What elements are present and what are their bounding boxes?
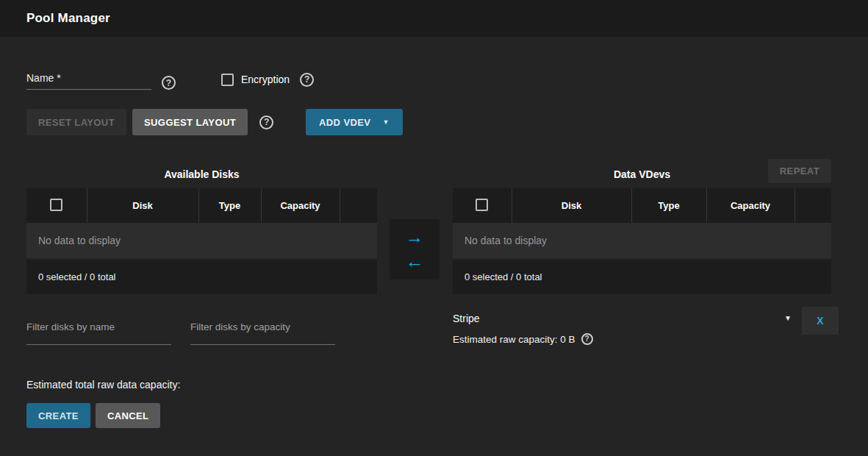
app-header: Pool Manager (0, 0, 868, 37)
encryption-help-icon[interactable]: ? (300, 73, 314, 87)
disk-panels: Available Disks Disk Type Capacity No da… (26, 160, 842, 294)
layout-buttons-row: RESET LAYOUT SUGGEST LAYOUT ? ADD VDEV ▼ (26, 109, 842, 135)
vdev-select-all-checkbox[interactable] (476, 199, 488, 211)
available-col-type: Type (198, 188, 261, 223)
suggest-layout-help-icon[interactable]: ? (259, 115, 273, 129)
create-button[interactable]: CREATE (26, 403, 90, 428)
spacer (377, 310, 453, 345)
select-caret-icon: ▼ (784, 314, 792, 322)
available-disks-table: Disk Type Capacity No data to display 0 … (26, 188, 377, 294)
chevron-down-icon: ▼ (382, 118, 389, 126)
name-help-icon[interactable]: ? (162, 76, 176, 90)
vdev-col-capacity: Capacity (706, 188, 795, 223)
encryption-checkbox[interactable] (221, 74, 234, 86)
name-field-group: ? (26, 69, 176, 90)
available-disks-title: Available Disks (164, 168, 239, 180)
transfer-controls: → ← (390, 219, 440, 279)
move-left-arrow-button[interactable]: ← (401, 251, 428, 272)
vdev-summary-row: 0 selected / 0 total (453, 259, 831, 294)
available-col-disk: Disk (87, 188, 198, 223)
vdev-empty-row: No data to display (453, 223, 831, 259)
name-encryption-row: ? Encryption ? (26, 69, 842, 90)
encryption-group: Encryption ? (221, 73, 314, 87)
filter-disks-by-name-input[interactable] (26, 310, 171, 345)
transfer-column: → ← (377, 160, 453, 294)
vdev-config: Stripe ▼ Estimated raw capacity: 0 B ? X (453, 310, 831, 345)
vdev-empty-text: No data to display (453, 223, 831, 259)
vdev-col-blank (795, 188, 831, 223)
data-vdevs-panel: Data VDevs REPEAT Disk Type Capacity (453, 160, 831, 294)
vdev-col-disk: Disk (512, 188, 631, 223)
pool-manager-form: ? Encryption ? RESET LAYOUT SUGGEST LAYO… (0, 69, 868, 428)
reset-layout-button[interactable]: RESET LAYOUT (26, 109, 126, 135)
remove-vdev-button[interactable]: X (802, 307, 839, 335)
vdev-type-select[interactable]: Stripe ▼ (453, 310, 831, 327)
available-select-all-checkbox[interactable] (50, 199, 62, 211)
form-actions: CREATE CANCEL (26, 403, 842, 428)
vdev-type-value: Stripe (453, 313, 480, 324)
data-vdevs-table: Disk Type Capacity No data to display 0 … (453, 188, 831, 294)
available-summary-row: 0 selected / 0 total (26, 259, 377, 294)
cancel-button[interactable]: CANCEL (96, 403, 161, 428)
repeat-button[interactable]: REPEAT (768, 159, 831, 183)
add-vdev-button[interactable]: ADD VDEV ▼ (306, 109, 403, 135)
encryption-label: Encryption (241, 74, 290, 85)
below-panels-row: Stripe ▼ Estimated raw capacity: 0 B ? X (26, 310, 842, 345)
page-title: Pool Manager (26, 11, 110, 26)
add-vdev-label: ADD VDEV (319, 117, 370, 128)
vdev-col-type: Type (631, 188, 706, 223)
vdev-summary-text: 0 selected / 0 total (453, 259, 831, 294)
estimated-total-capacity-label: Estimated total raw data capacity: (26, 379, 842, 391)
available-disks-panel: Available Disks Disk Type Capacity No da… (26, 160, 377, 294)
pool-name-input[interactable] (26, 69, 151, 90)
data-vdevs-header-row: Disk Type Capacity (453, 188, 831, 223)
estimated-raw-capacity-text: Estimated raw capacity: 0 B (453, 334, 575, 345)
suggest-layout-button[interactable]: SUGGEST LAYOUT (132, 109, 248, 135)
available-empty-text: No data to display (26, 223, 377, 259)
disk-filters (26, 310, 377, 345)
available-disks-header-row: Disk Type Capacity (26, 188, 377, 223)
filter-disks-by-capacity-input[interactable] (190, 310, 335, 345)
available-col-blank (340, 188, 377, 223)
available-col-capacity: Capacity (261, 188, 340, 223)
estimated-raw-capacity-row: Estimated raw capacity: 0 B ? (453, 333, 831, 345)
available-empty-row: No data to display (26, 223, 377, 259)
available-summary-text: 0 selected / 0 total (26, 259, 377, 294)
data-vdevs-title: Data VDevs (614, 168, 670, 180)
move-right-arrow-button[interactable]: → (401, 227, 428, 248)
raw-capacity-help-icon[interactable]: ? (581, 333, 593, 345)
